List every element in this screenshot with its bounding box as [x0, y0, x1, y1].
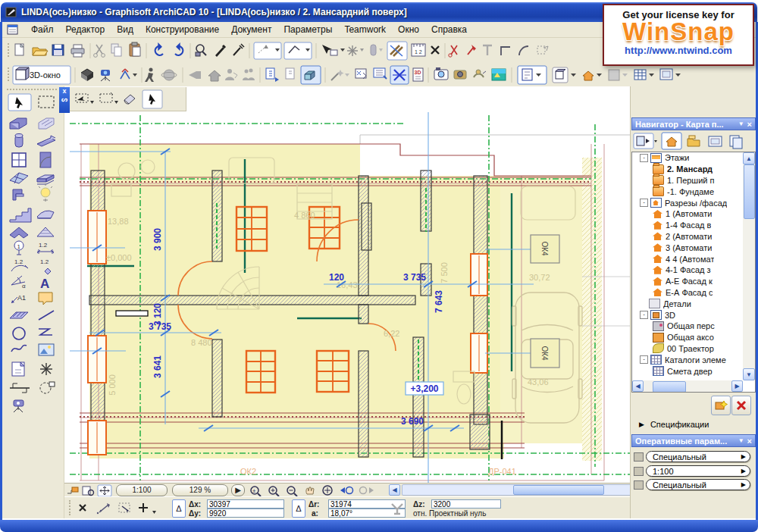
column-tool[interactable]	[15, 134, 23, 148]
find-select-button[interactable]	[196, 45, 206, 56]
horizontal-scrollbar[interactable]	[402, 484, 637, 496]
split-button[interactable]	[449, 45, 457, 57]
print-button[interactable]	[71, 45, 84, 57]
dx-input[interactable]: 30397	[207, 499, 284, 509]
navigator-close-icon[interactable]: ×	[747, 120, 752, 129]
home-view-icon[interactable]	[208, 70, 221, 81]
coordinate-origin-button[interactable]	[347, 45, 364, 56]
mesh-tool[interactable]	[37, 227, 54, 236]
tracker-drag-handle[interactable]	[69, 500, 70, 515]
beam-tool[interactable]	[37, 136, 55, 146]
vr-crowd-icon[interactable]	[243, 69, 255, 81]
section-tool[interactable]	[10, 383, 30, 393]
publisher-button[interactable]	[730, 136, 742, 149]
origin-cross-icon[interactable]	[80, 505, 86, 511]
fly-mode-icon[interactable]	[189, 71, 201, 79]
pen-set-select[interactable]: Специальный▶	[646, 479, 750, 490]
inject-parameters-button[interactable]	[233, 44, 244, 55]
tree-item-story-2[interactable]: 2. Мансард	[632, 164, 743, 175]
tree-item-elevation-3[interactable]: 3 (Автомати	[632, 242, 743, 253]
layout-book-button[interactable]	[709, 136, 722, 146]
close-window-icon[interactable]	[431, 46, 439, 54]
copy-icon[interactable]	[111, 44, 121, 56]
z-lock-icon[interactable]	[389, 501, 406, 516]
delta-xy-toggle[interactable]: Δ	[172, 499, 186, 518]
skylight-tool[interactable]	[10, 173, 28, 183]
magic-wand-button[interactable]	[331, 70, 349, 80]
story-settings-button[interactable]	[67, 487, 78, 493]
tree-item-elevation-4-4[interactable]: 4 4 (Автомат	[632, 253, 743, 264]
layer-combination-select[interactable]: Специальный▶	[646, 451, 750, 462]
marquee-select-button[interactable]	[76, 94, 94, 104]
slab-tool[interactable]	[37, 175, 54, 184]
eraser-button[interactable]	[124, 95, 135, 104]
tree-item-path[interactable]: 00 Траектор	[632, 343, 743, 355]
zoom-out-button[interactable]	[287, 487, 297, 496]
cut-icon[interactable]	[94, 45, 105, 57]
tree-horizontal-scrollbar[interactable]: ◀ ▶	[632, 380, 743, 392]
new-button[interactable]	[15, 44, 23, 55]
menu-file[interactable]: Файл	[25, 23, 60, 36]
window-tool[interactable]	[12, 153, 26, 167]
curtain-wall-tool[interactable]	[39, 118, 54, 129]
undo-button[interactable]	[154, 42, 163, 55]
autogroup-toggle[interactable]	[301, 66, 321, 84]
project-map-button[interactable]	[662, 133, 681, 149]
floor-plan-view-combo[interactable]	[518, 66, 547, 84]
menu-document[interactable]: Документ	[225, 23, 277, 36]
arrow-tool[interactable]	[8, 94, 31, 111]
photo-render-settings-icon[interactable]	[434, 67, 448, 80]
radial-dimension-tool[interactable]: 1.2	[11, 258, 28, 271]
menu-options[interactable]: Параметры	[277, 23, 338, 36]
layout-view-combo[interactable]	[660, 69, 681, 80]
paste-settings-icon[interactable]	[286, 68, 294, 79]
tree-item-elevation-4-1[interactable]: 4-1 Фасад з	[632, 264, 743, 276]
menu-view[interactable]: Вид	[111, 23, 139, 36]
3d-view-combo[interactable]	[553, 67, 576, 83]
pick-up-parameters-button[interactable]	[215, 45, 225, 57]
hotspot-marker-tool[interactable]: 1	[14, 241, 23, 255]
tree-item-schedule-doors[interactable]: Смета двер	[632, 365, 743, 377]
gravity-button[interactable]	[371, 45, 383, 55]
walk-icon[interactable]	[145, 68, 154, 83]
scale-button[interactable]: 1:100	[116, 484, 168, 496]
axonometry-button[interactable]	[121, 69, 137, 79]
quick-options-panel-header[interactable]: Оперативные парам... ▼ ×	[631, 434, 756, 447]
fit-in-window-button[interactable]	[323, 486, 332, 495]
xref-toggle[interactable]	[390, 66, 409, 84]
grid-snap-icon[interactable]	[119, 503, 130, 512]
mini-toolbar-dock-header[interactable]: xᔕ	[59, 87, 70, 113]
tree-item-details[interactable]: Детали	[632, 298, 743, 309]
orbit-icon[interactable]	[161, 70, 177, 80]
spline-tool[interactable]	[11, 346, 27, 352]
marquee-tool[interactable]	[39, 96, 54, 108]
document-icon[interactable]	[7, 24, 19, 36]
tree-item-elevation-a-e[interactable]: А-Е Фасад к	[632, 276, 743, 287]
arrow-tool-combo[interactable]	[254, 42, 281, 59]
zone-tool[interactable]	[39, 293, 52, 305]
resize-button[interactable]	[537, 46, 548, 54]
camera-tool[interactable]	[14, 400, 23, 412]
navigator-panel-header[interactable]: Навигатор - Карта п... ▼ ×	[631, 117, 756, 130]
quick-options-close-icon[interactable]: ×	[747, 437, 752, 446]
delta-ra-toggle[interactable]: Δ	[292, 499, 305, 518]
vr-people-icon[interactable]	[225, 69, 237, 80]
arrow-mode-button[interactable]	[143, 90, 162, 108]
menu-design[interactable]: Конструирование	[139, 23, 225, 36]
tree-item-elevation-2[interactable]: 2 (Автомати	[632, 231, 743, 243]
circle-tool[interactable]	[13, 327, 25, 340]
paste-button[interactable]	[130, 42, 140, 56]
copy-settings-icon[interactable]	[266, 68, 279, 82]
camera-tripod-icon[interactable]	[101, 70, 110, 81]
tree-item-elevation-e-a[interactable]: Е-А Фасад с	[632, 287, 743, 299]
menu-help[interactable]: Справка	[425, 23, 473, 36]
photo-render-icon[interactable]	[454, 70, 466, 79]
tree-item-3d[interactable]: -3D	[632, 309, 743, 321]
zoom-in-button[interactable]	[269, 487, 279, 496]
tree-item-sections[interactable]: -Разрезы /фасад	[632, 197, 743, 208]
polyline-tool[interactable]	[39, 329, 52, 335]
intersect-button[interactable]	[501, 47, 510, 55]
tree-vertical-scrollbar[interactable]: ▲ ▼	[743, 152, 755, 380]
3d-window-button[interactable]: 3D-окно	[13, 66, 70, 84]
detail-tool[interactable]	[40, 382, 55, 393]
